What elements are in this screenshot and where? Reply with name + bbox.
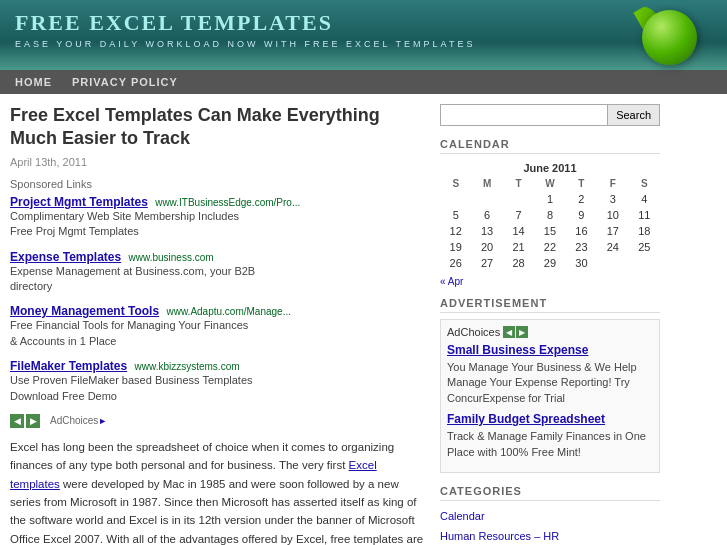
- search-input[interactable]: [440, 104, 608, 126]
- cal-cell-3-4: 23: [566, 239, 597, 255]
- adchoices-bar: ◀ ▶ AdChoices ►: [10, 414, 425, 428]
- cal-cell-3-0: 19: [440, 239, 471, 255]
- categories-title: CATEGORIES: [440, 485, 660, 501]
- content-wrap: Free Excel Templates Can Make Everything…: [0, 94, 727, 545]
- sidebar-ad1-title[interactable]: Small Business Expense: [447, 343, 653, 357]
- article-body: Excel has long been the spreadsheet of c…: [10, 438, 425, 545]
- main-content: Free Excel Templates Can Make Everything…: [10, 104, 440, 545]
- site-title: Free Excel Templates: [15, 10, 712, 36]
- cal-cell-4-6: [629, 255, 660, 271]
- cal-cell-4-3: 29: [534, 255, 565, 271]
- cal-cell-1-2: 7: [503, 207, 534, 223]
- ad-url-2: www.business.com: [129, 252, 214, 263]
- cal-cell-2-2: 14: [503, 223, 534, 239]
- sidebar-ad-header: AdChoices ◀ ▶: [447, 326, 653, 338]
- calendar-nav: « Apr: [440, 276, 660, 287]
- cal-cell-3-3: 22: [534, 239, 565, 255]
- adchoices-label: AdChoices: [50, 415, 98, 426]
- main-nav: HOME PRIVACY POLICY: [0, 70, 727, 94]
- cal-cell-1-1: 6: [471, 207, 502, 223]
- ad-url-4: www.kbizzsystems.com: [135, 361, 240, 372]
- search-button[interactable]: Search: [608, 104, 660, 126]
- adchoices-arrows: ◀ ▶: [10, 414, 40, 428]
- cal-day-f: F: [597, 176, 628, 191]
- calendar-row-2: 12131415161718: [440, 223, 660, 239]
- sidebar-ad2-title[interactable]: Family Budget Spreadsheet: [447, 412, 653, 426]
- adchoices-icon: ►: [98, 416, 107, 426]
- sidebar: Search CALENDAR June 2011 S M T W T F S: [440, 104, 660, 545]
- ad-title-4[interactable]: FileMaker Templates: [10, 359, 127, 373]
- article-date: April 13th, 2011: [10, 156, 425, 168]
- cal-cell-0-4: 2: [566, 191, 597, 207]
- cal-cell-4-2: 28: [503, 255, 534, 271]
- calendar-row-4: 2627282930: [440, 255, 660, 271]
- sb-ad-prev[interactable]: ◀: [503, 326, 515, 338]
- cat-hr: Human Resources – HR: [440, 527, 660, 545]
- cat-link-hr[interactable]: Human Resources – HR: [440, 530, 559, 542]
- sidebar-ad: AdChoices ◀ ▶ Small Business Expense You…: [440, 319, 660, 473]
- ad-item-4: FileMaker Templates www.kbizzsystems.com…: [10, 359, 425, 404]
- cal-cell-2-1: 13: [471, 223, 502, 239]
- categories-list: Calendar Human Resources – HR inventory …: [440, 507, 660, 545]
- cal-cell-3-6: 25: [629, 239, 660, 255]
- article-para-1: Excel has long been the spreadsheet of c…: [10, 438, 425, 545]
- ad-title-1[interactable]: Project Mgmt Templates: [10, 195, 148, 209]
- cal-cell-0-0: [440, 191, 471, 207]
- cal-cell-3-5: 24: [597, 239, 628, 255]
- calendar-row-3: 19202122232425: [440, 239, 660, 255]
- cal-cell-4-0: 26: [440, 255, 471, 271]
- ad-arrows-sb: ◀ ▶: [503, 326, 528, 338]
- cal-cell-1-5: 10: [597, 207, 628, 223]
- cal-cell-2-5: 17: [597, 223, 628, 239]
- ad-desc-4: Use Proven FileMaker based Business Temp…: [10, 373, 425, 404]
- sb-ad-next[interactable]: ▶: [516, 326, 528, 338]
- calendar-month: June 2011: [440, 160, 660, 176]
- search-box: Search: [440, 104, 660, 126]
- two-col-sidebar: CATEGORIES Calendar Human Resources – HR…: [440, 485, 660, 545]
- cal-prev-link[interactable]: « Apr: [440, 276, 463, 287]
- cat-link-calendar[interactable]: Calendar: [440, 510, 485, 522]
- logo-area: [627, 5, 707, 70]
- ad-section-title: ADVERTISEMENT: [440, 297, 660, 313]
- cal-cell-2-4: 16: [566, 223, 597, 239]
- ad-next-btn[interactable]: ▶: [26, 414, 40, 428]
- cal-cell-0-6: 4: [629, 191, 660, 207]
- cal-cell-1-3: 8: [534, 207, 565, 223]
- nav-privacy[interactable]: PRIVACY POLICY: [72, 76, 178, 88]
- cal-cell-2-6: 18: [629, 223, 660, 239]
- ad-item-1: Project Mgmt Templates www.ITBusinessEdg…: [10, 195, 425, 240]
- sidebar-ad2-body: Track & Manage Family Finances in One Pl…: [447, 429, 653, 460]
- cal-day-t2: T: [566, 176, 597, 191]
- ad-desc-1: Complimentary Web Site Membership Includ…: [10, 209, 425, 240]
- cal-cell-0-5: 3: [597, 191, 628, 207]
- ad-prev-btn[interactable]: ◀: [10, 414, 24, 428]
- categories-col: CATEGORIES Calendar Human Resources – HR…: [440, 485, 660, 545]
- adchoices-sb: AdChoices ◀ ▶: [447, 326, 528, 338]
- calendar-body: 1234567891011121314151617181920212223242…: [440, 191, 660, 271]
- cal-cell-0-3: 1: [534, 191, 565, 207]
- ad-url-3: www.Adaptu.com/Manage...: [166, 306, 291, 317]
- ad-item-2: Expense Templates www.business.com Expen…: [10, 250, 425, 295]
- ad-url-1: www.ITBusinessEdge.com/Pro...: [155, 197, 300, 208]
- ad-title-2[interactable]: Expense Templates: [10, 250, 121, 264]
- cal-cell-1-4: 9: [566, 207, 597, 223]
- cal-day-w: W: [534, 176, 565, 191]
- ad-desc-2: Expense Management at Business.com, your…: [10, 264, 425, 295]
- calendar-row-1: 567891011: [440, 207, 660, 223]
- cal-day-t1: T: [503, 176, 534, 191]
- ad-title-3[interactable]: Money Management Tools: [10, 304, 159, 318]
- logo-ball: [642, 10, 697, 65]
- nav-home[interactable]: HOME: [15, 76, 52, 88]
- ad-item-3: Money Management Tools www.Adaptu.com/Ma…: [10, 304, 425, 349]
- sidebar-ad1-body: You Manage Your Business & We Help Manag…: [447, 360, 653, 406]
- cal-cell-0-1: [471, 191, 502, 207]
- calendar-title: CALENDAR: [440, 138, 660, 154]
- calendar-row-0: 1234: [440, 191, 660, 207]
- cal-cell-4-4: 30: [566, 255, 597, 271]
- cal-cell-3-1: 20: [471, 239, 502, 255]
- sponsored-label: Sponsored Links: [10, 178, 425, 190]
- excel-link-1[interactable]: Excel templates: [10, 459, 377, 489]
- ad-desc-3: Free Financial Tools for Managing Your F…: [10, 318, 425, 349]
- article-title: Free Excel Templates Can Make Everything…: [10, 104, 425, 151]
- cat-calendar: Calendar: [440, 507, 660, 527]
